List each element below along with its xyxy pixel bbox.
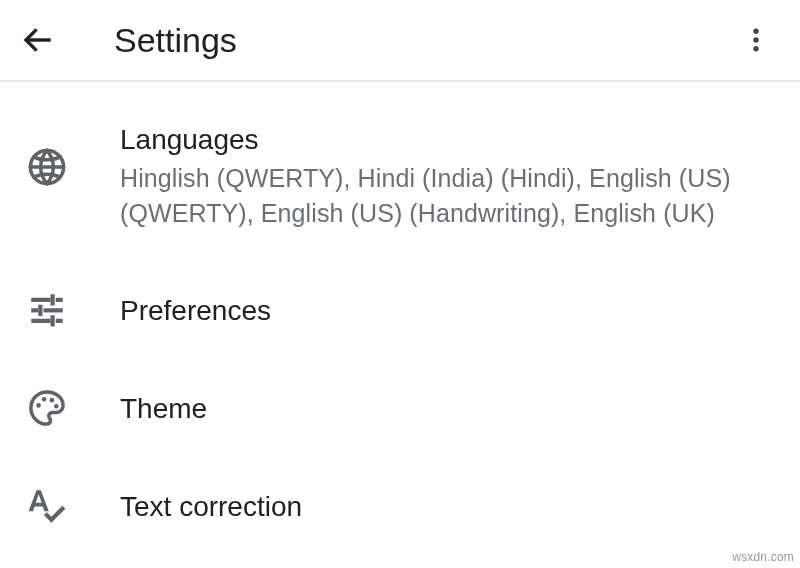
svg-rect-14 — [51, 315, 55, 326]
svg-rect-6 — [31, 298, 50, 302]
settings-item-text-correction[interactable]: Text correction — [0, 457, 800, 555]
svg-point-17 — [50, 398, 55, 403]
item-title: Theme — [120, 391, 776, 426]
svg-rect-8 — [51, 294, 55, 305]
icon-col — [24, 122, 120, 188]
svg-rect-12 — [31, 319, 50, 323]
svg-point-1 — [753, 29, 759, 35]
text-col: Text correction — [120, 489, 776, 524]
svg-point-3 — [753, 46, 759, 52]
text-col: Theme — [120, 391, 776, 426]
svg-rect-10 — [44, 308, 63, 312]
icon-col — [24, 289, 120, 331]
icon-col — [24, 485, 120, 527]
item-subtitle: Hinglish (QWERTY), Hindi (India) (Hindi)… — [120, 161, 776, 231]
appbar: Settings — [0, 0, 800, 82]
globe-icon — [26, 146, 68, 188]
svg-rect-11 — [38, 305, 42, 316]
more-menu-button[interactable] — [732, 16, 780, 64]
watermark: wsxdn.com — [732, 550, 794, 564]
item-title: Languages — [120, 122, 776, 157]
svg-point-18 — [54, 404, 59, 409]
svg-point-2 — [753, 37, 759, 43]
settings-list: Languages Hinglish (QWERTY), Hindi (Indi… — [0, 82, 800, 555]
item-title: Preferences — [120, 293, 776, 328]
settings-item-preferences[interactable]: Preferences — [0, 261, 800, 359]
svg-point-15 — [36, 403, 41, 408]
tune-icon — [26, 289, 68, 331]
svg-rect-7 — [56, 298, 63, 302]
palette-icon — [26, 387, 68, 429]
settings-item-languages[interactable]: Languages Hinglish (QWERTY), Hindi (Indi… — [0, 88, 800, 261]
item-title: Text correction — [120, 489, 776, 524]
svg-rect-9 — [31, 308, 38, 312]
svg-point-16 — [42, 397, 47, 402]
text-col: Languages Hinglish (QWERTY), Hindi (Indi… — [120, 122, 776, 231]
settings-item-theme[interactable]: Theme — [0, 359, 800, 457]
icon-col — [24, 387, 120, 429]
more-vert-icon — [741, 25, 771, 55]
text-col: Preferences — [120, 293, 776, 328]
page-title: Settings — [114, 21, 732, 60]
back-button[interactable] — [14, 16, 62, 64]
spellcheck-icon — [26, 485, 68, 527]
svg-rect-13 — [56, 319, 63, 323]
arrow-back-icon — [21, 23, 55, 57]
